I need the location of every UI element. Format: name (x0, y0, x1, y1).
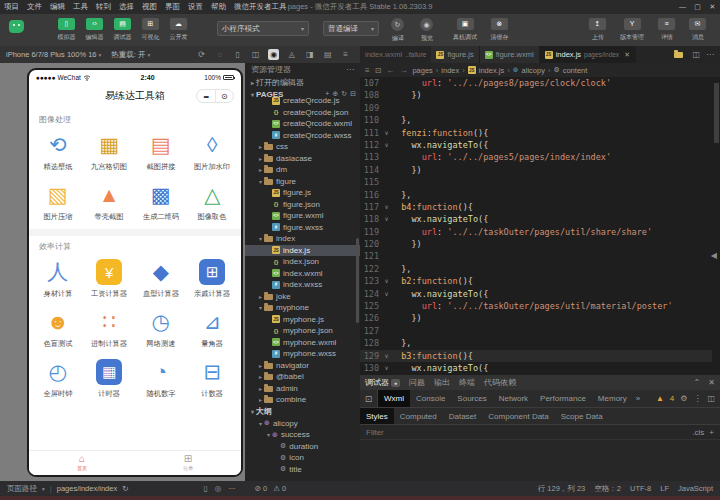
tree-folder[interactable]: ▸@babel (245, 371, 360, 383)
fold-icon[interactable]: ∨ (382, 201, 391, 213)
pointer-icon[interactable]: ◉ (268, 49, 279, 60)
tree-folder[interactable]: ▸admin (245, 383, 360, 395)
devtools-tab-Performance[interactable]: Performance (534, 390, 592, 407)
tool-item-图片加水印[interactable]: ◊图片加水印 (187, 126, 239, 176)
panel-close-icon[interactable]: ✕ (708, 378, 715, 387)
toolbar-main-button[interactable]: ☁云开发 (166, 18, 191, 42)
menu-icon[interactable]: ≡ (365, 66, 370, 75)
device-icon[interactable]: ▯ (232, 49, 243, 60)
page-path-label[interactable]: 页面路径 (7, 484, 37, 494)
outline-item[interactable]: ⚙title (245, 464, 360, 476)
editor-tab[interactable]: JSindex.jspages/index✕ (540, 46, 636, 63)
network-icon[interactable]: ◌ (214, 49, 225, 60)
tool-item-血型计算器[interactable]: ◆血型计算器 (135, 253, 187, 303)
device-icon[interactable]: ▯ (203, 484, 207, 493)
toolbar-right-button[interactable]: ≡详情 (654, 18, 679, 42)
toolbar-round-button[interactable]: ◉预览 (414, 18, 439, 43)
tree-file[interactable]: {}myphone.json (245, 325, 360, 337)
tree-folder[interactable]: ▸joke (245, 291, 360, 303)
menubar-item[interactable]: 视图 (138, 2, 161, 12)
more-actions-icon[interactable]: ⋯ (706, 50, 714, 59)
toolbar-main-button[interactable]: ▤调试器 (110, 18, 135, 42)
devtools-tab-Wxml[interactable]: Wxml (378, 390, 410, 407)
current-page-path[interactable]: pages/index/index (57, 484, 117, 493)
tool-item-随机数字[interactable]: ◔随机数字 (135, 353, 187, 403)
toolbar-square-button[interactable]: ▣真机调试 (449, 18, 481, 42)
tree-folder[interactable]: ▸dasiacase (245, 153, 360, 165)
tool-item-工资计算器[interactable]: ¥工资计算器 (84, 253, 136, 303)
toolbar-right-button[interactable]: ↥上传 (585, 18, 610, 42)
refresh-icon[interactable]: ↻ (122, 484, 128, 493)
panel-tab-问题[interactable]: 问题 (409, 377, 425, 388)
back-icon[interactable]: ← (386, 66, 394, 75)
editor-tab[interactable]: <>figure.wxml (480, 46, 540, 63)
menubar-item[interactable]: 微信开发者工具 (230, 2, 291, 12)
tool-item-带壳截图[interactable]: ▲带壳截图 (84, 176, 136, 226)
outline-item[interactable]: ⚙icon (245, 452, 360, 464)
phone-tab-分类[interactable]: ⊞分类 (135, 451, 241, 475)
tool-item-截图拼接[interactable]: ▤截图拼接 (135, 126, 187, 176)
outline-item[interactable]: ⚙duration (245, 441, 360, 453)
tree-file[interactable]: {}figure.json (245, 199, 360, 211)
breadcrumb-item[interactable]: JSindex.js (468, 66, 504, 75)
tree-file[interactable]: <>index.wxml (245, 268, 360, 280)
mode-dropdown[interactable]: 小程序模式▾ (217, 21, 309, 36)
panel-tab-代码依赖[interactable]: 代码依赖 (484, 377, 516, 388)
split-screen-icon[interactable]: ◫ (250, 49, 261, 60)
explorer-more-icon[interactable]: ⋯ (346, 65, 354, 74)
tree-folder[interactable]: ▸combine (245, 394, 360, 406)
list-icon[interactable]: ≡ (340, 49, 351, 60)
settings-gear-icon[interactable]: ⚙ (680, 394, 687, 403)
breadcrumb-item[interactable]: index (441, 66, 459, 75)
language-label[interactable]: JavaScript (678, 484, 713, 494)
style-tab-dataset[interactable]: Dataset (443, 408, 483, 424)
layers-icon[interactable]: ◨ (304, 49, 315, 60)
cursor-position[interactable]: 行 129，列 23 (538, 484, 586, 494)
style-tab-scope-data[interactable]: Scope Data (555, 408, 609, 424)
tool-item-全屏时钟[interactable]: ◴全屏时钟 (32, 353, 84, 403)
menubar-item[interactable]: 选择 (115, 2, 138, 12)
close-button[interactable]: ✕ (705, 3, 720, 11)
outline-section-header[interactable]: ▾ 大纲 (245, 406, 360, 418)
styles-filter-input[interactable]: Filter (366, 428, 384, 437)
tool-item-进制计算器[interactable]: ∷进制计算器 (84, 303, 136, 353)
tree-file[interactable]: JSmyphone.js (245, 314, 360, 326)
menubar-item[interactable]: 设置 (184, 2, 207, 12)
breadcrumb-item[interactable]: ⚙content (553, 66, 587, 75)
eol-label[interactable]: LF (660, 484, 669, 494)
breadcrumb-item[interactable]: ⊛alicopy (513, 66, 545, 75)
open-editors-section[interactable]: ▸ 打开的编辑器 (245, 76, 360, 88)
tool-item-量角器[interactable]: ⊿量角器 (187, 303, 239, 353)
add-style-button[interactable]: + (709, 428, 714, 437)
menubar-item[interactable]: 帮助 (207, 2, 230, 12)
storage-icon[interactable]: ▤ (322, 49, 333, 60)
tool-item-图片压缩[interactable]: ▧图片压缩 (32, 176, 84, 226)
tool-item-身材计算[interactable]: 人身材计算 (32, 253, 84, 303)
exit-button[interactable]: ⊙ (216, 90, 234, 102)
tree-folder[interactable]: ▸css (245, 141, 360, 153)
folder-icon[interactable] (674, 52, 683, 58)
tool-item-色盲测试[interactable]: ☻色盲测试 (32, 303, 84, 353)
editor-tab[interactable]: index.wxml..failure (360, 46, 431, 63)
tool-item-图像取色[interactable]: △图像取色 (187, 176, 239, 226)
kebab-menu-icon[interactable]: ⋮ (693, 394, 701, 403)
menubar-item[interactable]: 项目 (0, 2, 23, 12)
toolbar-round-button[interactable]: ↻编译 (385, 18, 410, 43)
devtools-tab-Memory[interactable]: Memory (592, 390, 633, 407)
menubar-item[interactable]: 界面 (161, 2, 184, 12)
encoding-label[interactable]: UTF-8 (630, 484, 651, 494)
tree-file[interactable]: #myphone.wxss (245, 348, 360, 360)
tree-file[interactable]: #createQrcode.wxss (245, 130, 360, 142)
toolbar-right-button[interactable]: ✉消息 (685, 18, 710, 42)
panel-collapse-icon[interactable]: ⌃ (694, 378, 701, 387)
devtools-tab-Sources[interactable]: Sources (451, 390, 492, 407)
refresh-icon[interactable]: ↻ (341, 90, 347, 98)
zoom-icon[interactable]: ◬ (286, 49, 297, 60)
new-class-button[interactable]: .cls (692, 428, 704, 437)
editor-scrollbar[interactable] (714, 83, 719, 143)
bookmark-icon[interactable]: ⊡ (375, 66, 382, 75)
tree-file[interactable]: #figure.wxss (245, 222, 360, 234)
maximize-button[interactable]: ▢ (690, 3, 705, 11)
fold-icon[interactable]: ∨ (382, 350, 391, 362)
panel-tab-调试器[interactable]: 调试器● (365, 377, 400, 388)
